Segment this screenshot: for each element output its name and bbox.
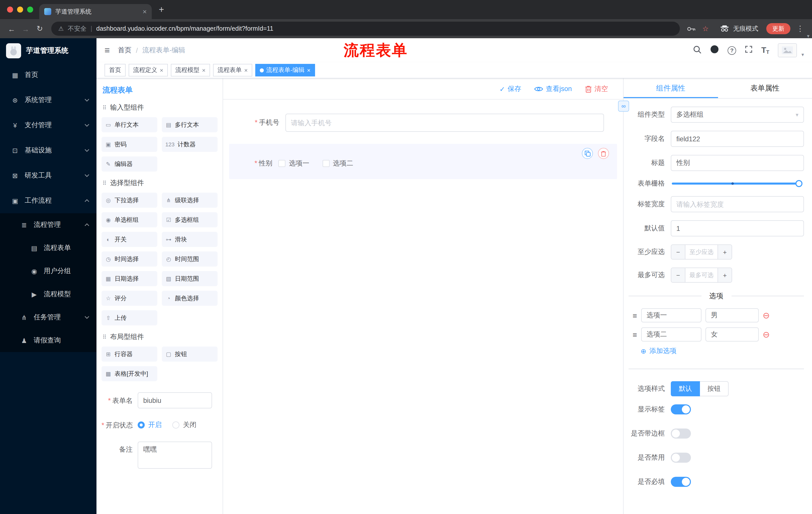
show-label-switch[interactable]: [671, 404, 691, 414]
checkbox-box[interactable]: [322, 160, 329, 167]
tag-close-icon[interactable]: ×: [307, 66, 311, 74]
new-tab-button[interactable]: +: [159, 4, 164, 15]
phone-input[interactable]: [285, 114, 604, 132]
tag-close-icon[interactable]: ×: [160, 66, 163, 74]
option-value-input[interactable]: [705, 327, 759, 342]
sidebar-item-user-group[interactable]: ◉ 用户分组: [0, 260, 96, 283]
address-bar[interactable]: ⚠ 不安全 | dashboard.yudao.iocoder.cn/bpm/m…: [51, 22, 680, 36]
sidebar-item-home[interactable]: ▦ 首页: [0, 62, 96, 87]
chip-slider[interactable]: ⊶滑块: [162, 232, 218, 247]
checkbox-option-1[interactable]: 选项一: [279, 159, 309, 168]
decrease-button[interactable]: −: [671, 245, 685, 259]
back-button[interactable]: ←: [5, 24, 18, 33]
toolbar-chevron-down-icon[interactable]: ▾: [807, 33, 810, 39]
chip-row-container[interactable]: ⊞行容器: [102, 347, 157, 361]
chip-table[interactable]: ▩表格[开发中]: [102, 366, 157, 381]
chip-rate[interactable]: ☆评分: [102, 291, 157, 306]
slider-handle[interactable]: [795, 180, 803, 187]
password-key-icon[interactable]: [685, 25, 698, 32]
bookmark-star-icon[interactable]: ☆: [699, 25, 712, 33]
chip-select[interactable]: ◎下拉选择: [102, 193, 157, 208]
help-icon[interactable]: ?: [728, 46, 736, 55]
minimize-window-button[interactable]: [17, 6, 23, 12]
field-phone[interactable]: *手机号: [229, 110, 617, 136]
checkbox-option-2[interactable]: 选项二: [322, 159, 353, 168]
chip-editor[interactable]: ✎编辑器: [102, 156, 157, 171]
chip-checkbox-group[interactable]: ☑多选框组: [162, 212, 218, 227]
fullscreen-icon[interactable]: [745, 45, 753, 55]
save-button[interactable]: ✓ 保存: [499, 84, 521, 93]
tag-process-form-edit[interactable]: 流程表单-编辑 ×: [255, 64, 315, 77]
drag-handle-icon[interactable]: ≡: [633, 311, 637, 320]
sidebar-item-infrastructure[interactable]: ⊡ 基础设施: [0, 138, 96, 163]
drag-handle-icon[interactable]: ≡: [633, 330, 637, 339]
title-input[interactable]: [671, 155, 804, 171]
chip-date-range[interactable]: ▧日期范围: [162, 271, 218, 286]
chip-time-range[interactable]: ◴时间范围: [162, 251, 218, 267]
clear-button[interactable]: 清空: [585, 84, 608, 93]
required-switch[interactable]: [671, 477, 691, 487]
tag-close-icon[interactable]: ×: [244, 66, 248, 74]
radio-enabled[interactable]: [138, 422, 145, 429]
default-value-input[interactable]: [671, 220, 804, 236]
remove-option-icon[interactable]: ⊖: [763, 311, 770, 320]
tag-close-icon[interactable]: ×: [202, 66, 205, 74]
label-width-input[interactable]: [671, 196, 804, 212]
style-button-button[interactable]: 按钮: [700, 381, 729, 396]
disabled-switch[interactable]: [671, 453, 691, 463]
tag-home[interactable]: 首页: [105, 64, 126, 77]
chip-counter[interactable]: 123计数器: [162, 137, 218, 152]
reload-button[interactable]: ↻: [33, 24, 46, 33]
copy-field-button[interactable]: [582, 148, 593, 159]
sidebar-item-process-management[interactable]: ≣ 流程管理: [0, 213, 96, 236]
browser-update-button[interactable]: 更新: [766, 23, 790, 34]
tab-component-props[interactable]: 组件属性: [624, 78, 718, 98]
user-avatar[interactable]: [778, 43, 797, 57]
option-value-input[interactable]: [705, 308, 759, 322]
view-json-button[interactable]: 查看json: [534, 84, 572, 93]
tag-process-form[interactable]: 流程表单 ×: [213, 64, 252, 77]
min-select-value[interactable]: 至少应选: [685, 245, 718, 259]
link-icon[interactable]: ∞: [618, 101, 629, 112]
max-select-value[interactable]: 最多可选: [685, 268, 718, 282]
chip-password[interactable]: ▣密码: [102, 137, 157, 152]
sidebar-item-process-form[interactable]: ▤ 流程表单: [0, 236, 96, 260]
github-icon[interactable]: [710, 45, 719, 56]
remove-option-icon[interactable]: ⊖: [763, 330, 770, 339]
grid-slider[interactable]: [672, 183, 799, 185]
radio-disabled[interactable]: [172, 422, 179, 429]
tab-form-props[interactable]: 表单属性: [718, 78, 812, 98]
tag-process-definition[interactable]: 流程定义 ×: [128, 64, 168, 77]
field-gender-selected[interactable]: *性别 选项一 选项二: [229, 144, 617, 179]
sidebar-item-leave-query[interactable]: ♟ 请假查询: [0, 329, 96, 352]
increase-button[interactable]: +: [718, 268, 732, 282]
option-name-input[interactable]: [641, 327, 701, 342]
search-icon[interactable]: [693, 45, 701, 56]
border-switch[interactable]: [671, 429, 691, 438]
chip-color-picker[interactable]: ◔颜色选择: [162, 291, 218, 306]
sidebar-item-system[interactable]: ⊛ 系统管理: [0, 87, 96, 113]
sidebar-item-task-management[interactable]: ⋔ 任务管理: [0, 306, 96, 329]
form-name-input[interactable]: [138, 392, 212, 408]
avatar-caret-icon[interactable]: ▾: [802, 52, 804, 57]
tab-close-icon[interactable]: ×: [143, 7, 147, 16]
sidebar-item-payment[interactable]: ¥ 支付管理: [0, 113, 96, 138]
sidebar-item-process-model[interactable]: ▶ 流程模型: [0, 283, 96, 306]
breadcrumb-home[interactable]: 首页: [118, 46, 132, 55]
text-size-icon[interactable]: TT: [761, 46, 769, 55]
chip-time-picker[interactable]: ◷时间选择: [102, 251, 157, 267]
tag-process-model[interactable]: 流程模型 ×: [171, 64, 210, 77]
sidebar-logo[interactable]: 芋道管理系统: [0, 39, 96, 62]
collapse-sidebar-icon[interactable]: ≡: [96, 45, 118, 56]
style-default-button[interactable]: 默认: [671, 381, 700, 396]
option-name-input[interactable]: [641, 308, 701, 322]
sidebar-item-workflow[interactable]: ▣ 工作流程: [0, 188, 96, 213]
chip-multiline-text[interactable]: ▤多行文本: [162, 117, 218, 132]
forward-button[interactable]: →: [19, 24, 32, 33]
chip-date-picker[interactable]: ▦日期选择: [102, 271, 157, 286]
checkbox-box[interactable]: [279, 160, 285, 167]
close-window-button[interactable]: [7, 6, 13, 12]
chip-single-line-text[interactable]: ▭单行文本: [102, 117, 157, 132]
browser-tab[interactable]: 芋道管理系统 ×: [39, 4, 152, 19]
remark-textarea[interactable]: 嘿嘿: [138, 441, 212, 469]
